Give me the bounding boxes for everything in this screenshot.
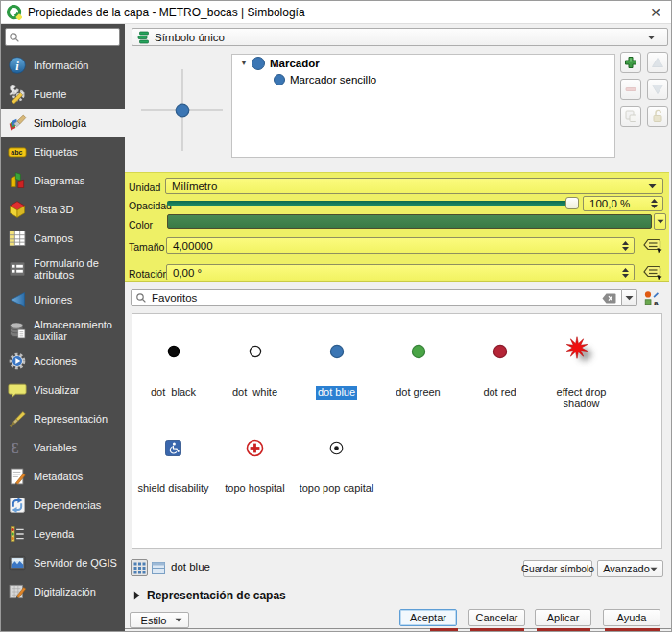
clear-search-icon[interactable] [602,293,616,304]
sidebar-item-representaci-n[interactable]: Representación [1,404,125,433]
style-menu-label: Estilo [141,615,167,626]
attributes-form-icon [7,259,27,280]
tree-row-simple-marker[interactable]: Marcador sencillo [232,71,614,87]
rotation-spinbox[interactable]: 0,00 ° [166,264,635,280]
sidebar-item-fuente[interactable]: Fuente [1,80,125,109]
sidebar-item-label: Formulario de atributos [34,257,124,280]
info-icon: i [7,56,27,76]
sidebar-item-almacenamiento-auxiliar[interactable]: Almacenamiento auxiliar [1,314,125,347]
color-label: Color [129,219,153,231]
size-data-defined-button[interactable] [641,237,663,254]
sidebar-item-informaci-n[interactable]: iInformación [1,51,125,80]
sidebar-items: iInformaciónFuenteSimbologíaabcEtiquetas… [1,51,125,606]
symbol-item-topo-hospital[interactable]: topo hospital [214,410,296,506]
layer-rendering-group[interactable]: Representación de capas [133,589,286,602]
sidebar-item-variables[interactable]: ƐVariables [1,433,125,462]
move-up-button[interactable] [647,52,668,73]
layer-properties-dialog: Propiedades de la capa - METRO_bocas | S… [0,0,672,632]
labels-icon: abc [7,142,27,162]
sidebar-item-digitalizaci-n[interactable]: Digitalización [1,577,125,606]
symbol-item-label: dot blue [316,386,357,400]
symbol-item-topo-pop-capital[interactable]: topo pop capital [296,410,377,506]
sidebar-item-leyenda[interactable]: Leyenda [1,520,125,548]
symbol-item-dot-black[interactable]: dot black [132,314,214,410]
sidebar-item-etiquetas[interactable]: abcEtiquetas [1,137,125,166]
icon-view-button[interactable] [131,559,148,576]
cancel-button[interactable]: Cancelar [468,609,525,626]
color-button[interactable] [167,214,652,229]
sidebar-item-dependencias[interactable]: Dependencias [1,491,125,520]
sidebar-search-input[interactable] [5,28,120,46]
help-button[interactable]: Ayuda [603,609,660,626]
symbol-preview-icon [410,324,427,379]
window-title: Propiedades de la capa - METRO_bocas | S… [28,6,305,19]
chevron-down-icon [657,219,664,224]
sidebar-item-formulario-de-atributos[interactable]: Formulario de atributos [1,253,125,285]
dependencies-icon [7,496,27,516]
apply-button[interactable]: Aplicar [535,609,591,626]
style-manager-button[interactable]: a [642,289,660,306]
tree-expander-icon[interactable]: ▼ [240,60,249,67]
symbol-layer-tree[interactable]: ▼ Marcador Marcador sencillo [231,54,615,158]
list-view-button[interactable] [150,559,167,576]
opacity-spinbox[interactable]: 100,0 % [583,196,663,211]
chevron-down-icon [648,183,657,189]
close-button[interactable]: ✕ [646,3,665,22]
size-value: 4,00000 [173,240,213,252]
symbol-item-dot-red[interactable]: dot red [459,314,540,410]
sidebar-item-acciones[interactable]: Acciones [1,347,125,376]
titlebar: Propiedades de la capa - METRO_bocas | S… [1,1,671,24]
background-artifact [430,628,458,631]
sidebar-item-vista-3d[interactable]: Vista 3D [1,195,125,224]
sidebar-item-label: Etiquetas [34,146,124,158]
symbol-item-effect-drop-shadow[interactable]: effect drop shadow [540,314,622,410]
spin-down-icon [651,205,658,208]
rotation-data-defined-button[interactable] [641,264,663,280]
symbol-item-dot-green[interactable]: dot green [377,314,459,410]
opacity-slider-track[interactable] [167,201,579,206]
rotation-spin-buttons[interactable] [618,265,632,280]
renderer-combobox[interactable]: Símbolo único [132,28,668,46]
size-spin-buttons[interactable] [618,238,632,253]
single-symbol-icon [136,31,150,44]
symbol-preview-icon [329,420,344,475]
tree-row-marker[interactable]: ▼ Marcador [232,55,614,71]
metadata-icon [7,467,27,487]
move-down-button[interactable] [647,79,668,100]
sidebar-item-uniones[interactable]: Uniones [1,285,125,314]
style-menu-button[interactable]: Estilo [130,612,189,628]
symbol-item-dot-blue[interactable]: dot blue [296,314,377,410]
style-search-input[interactable]: Favoritos [131,289,622,306]
opacity-spin-buttons[interactable] [647,197,660,210]
symbol-preview-icon [565,324,598,379]
sidebar-item-visualizar[interactable]: Visualizar [1,376,125,404]
lock-color-button[interactable] [647,106,668,127]
sidebar-item-metadatos[interactable]: Metadatos [1,462,125,491]
color-dropdown-button[interactable] [654,213,666,230]
accept-button[interactable]: Aceptar [399,609,457,626]
unit-combobox[interactable]: Milímetro [165,178,663,194]
sidebar-item-simbolog-a[interactable]: Simbología [1,109,125,137]
save-symbol-button[interactable]: Guardar símbolo [523,560,592,577]
spin-down-icon [622,274,629,278]
sidebar-item-servidor-de-qgis[interactable]: Servidor de QGIS [1,548,125,577]
spin-down-icon [622,247,629,251]
remove-symbol-layer-button[interactable] [620,79,641,100]
opacity-slider-handle[interactable] [565,197,579,209]
symbol-item-shield-disability[interactable]: shield disability [132,410,214,506]
sidebar-item-diagramas[interactable]: Diagramas [1,166,125,195]
add-symbol-layer-button[interactable] [620,52,641,73]
svg-text:abc: abc [11,149,22,157]
style-filter-dropdown-button[interactable] [622,289,637,306]
sidebar-item-label: Variables [34,442,124,453]
sidebar-item-label: Almacenamiento auxiliar [34,319,124,342]
symbol-item-dot-white[interactable]: dot white [214,314,296,410]
advanced-button[interactable]: Avanzado [597,560,663,577]
arrow-up-icon [651,57,664,68]
data-defined-icon [642,237,663,254]
remove-icon [624,83,637,96]
size-spinbox[interactable]: 4,00000 [166,237,635,254]
source-icon [7,85,27,105]
duplicate-symbol-layer-button[interactable] [620,106,641,127]
sidebar-item-campos[interactable]: Campos [1,224,125,253]
